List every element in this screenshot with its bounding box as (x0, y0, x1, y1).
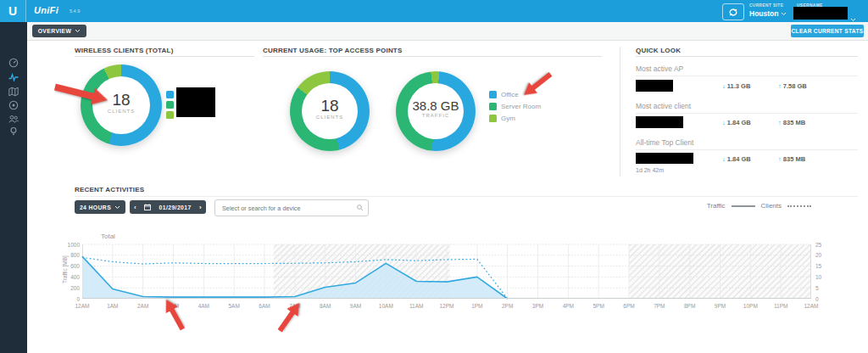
map-icon (8, 87, 19, 97)
y-axis-tick-left: 800 (56, 252, 80, 258)
y-axis-tick-left: 400 (56, 274, 80, 280)
section-title-current-usage: CURRENT USAGE: TOP ACCESS POINTS (263, 47, 403, 54)
x-axis-tick: 4AM (190, 303, 217, 309)
top-ap-clients-donut-center: 18 CLIENTS (290, 98, 370, 120)
sidebar-item-devices[interactable] (8, 98, 19, 109)
sidebar-nav (0, 22, 27, 353)
y-axis-tick-right: 0 (815, 296, 819, 302)
x-axis-tick: 9AM (342, 303, 370, 309)
annotation-arrow-2am (159, 295, 190, 333)
sidebar-item-dashboard[interactable] (8, 56, 19, 66)
x-axis-tick: 2AM (130, 303, 157, 309)
wireless-clients-unit: CLIENTS (81, 109, 162, 114)
top-ap-traffic-donut-center: 38.8 GB TRAFFIC (396, 99, 476, 118)
date-picker[interactable]: ‹ 01/29/2017 › (130, 200, 206, 214)
x-axis-tick: 12AM (69, 303, 96, 309)
legend-traffic-label[interactable]: Traffic (707, 202, 726, 210)
version-label: 5.4.9 (70, 8, 80, 14)
x-axis-tick: 11PM (767, 303, 794, 309)
annotation-arrow-office-legend (519, 67, 556, 101)
x-axis-tick: 11AM (403, 303, 430, 309)
section-title-wireless-clients: WIRELESS CLIENTS (TOTAL) (75, 47, 174, 54)
divider (636, 76, 858, 76)
dashboard-icon (8, 58, 19, 68)
x-axis-tick: 2PM (494, 303, 521, 309)
x-axis-tick: 9PM (707, 303, 734, 309)
time-range-dropdown[interactable]: 24 HOURS (75, 200, 125, 214)
search-icon (357, 205, 364, 211)
divider (620, 47, 620, 176)
sidebar-item-statistics[interactable] (8, 70, 19, 81)
clients-icon (8, 114, 19, 124)
device-search (214, 199, 369, 216)
top-ap-traffic-unit: TRAFFIC (396, 113, 476, 118)
chart-series-title: Total (101, 233, 115, 240)
ubiquiti-logo[interactable]: U (0, 0, 26, 22)
divider (636, 56, 858, 57)
date-next-button[interactable]: › (199, 204, 202, 211)
x-axis-tick: 1PM (464, 303, 491, 309)
sidebar-item-insights[interactable] (8, 125, 19, 135)
app-header: U UniFi 5.4.9 CURRENT SITE Houston USERN… (0, 0, 868, 22)
overview-dropdown-label: OVERVIEW (38, 28, 72, 34)
sidebar-item-map[interactable] (8, 85, 19, 95)
chart-legend: Traffic Clients (707, 202, 811, 210)
redacted-ap-name (636, 80, 673, 92)
sidebar-item-clients[interactable] (8, 112, 19, 122)
legend-clients-dots-sample (787, 205, 811, 207)
devices-icon (8, 100, 19, 110)
refresh-icon (727, 7, 739, 18)
quick-look-row-label: Most active client (636, 102, 691, 110)
divider (75, 196, 858, 197)
x-axis-tick: 6PM (615, 303, 643, 309)
top-ap-clients-unit: CLIENTS (290, 115, 370, 120)
x-axis-tick: 12PM (433, 303, 460, 309)
lightbulb-icon (8, 126, 19, 137)
legend-label-office: Office (501, 91, 519, 98)
y-axis-tick-right: 10 (815, 274, 821, 280)
top-ap-traffic-value: 38.8 GB (396, 99, 476, 112)
chevron-down-icon (75, 29, 81, 33)
legend-swatch-office (489, 91, 497, 98)
x-axis-tick: 10AM (372, 303, 399, 309)
device-search-input[interactable] (220, 200, 355, 216)
y-axis-tick-right: 15 (815, 263, 821, 269)
x-axis-tick: 10PM (737, 303, 764, 309)
current-site-label: CURRENT SITE (749, 3, 783, 8)
legend-label-gym: Gym (501, 115, 515, 122)
quick-look-row-label: All-time Top Client (636, 138, 693, 147)
legend-traffic-line-sample (732, 205, 755, 207)
x-axis-tick: 8PM (676, 303, 704, 309)
overview-dropdown-button[interactable]: OVERVIEW (32, 25, 86, 37)
redacted-client-name (636, 116, 683, 128)
upload-stat: ↑ 7.58 GB (778, 82, 807, 90)
legend-swatch-blue (166, 91, 174, 98)
brand-title: UniFi (34, 5, 58, 15)
x-axis-tick: 3PM (525, 303, 552, 309)
chevron-down-icon (781, 12, 787, 16)
date-prev-button[interactable]: ‹ (134, 204, 136, 211)
y-axis-tick-left: 0 (56, 296, 80, 302)
download-stat: ↓ 1.84 GB (722, 119, 751, 126)
download-stat: ↓ 1.84 GB (722, 155, 751, 163)
refresh-button[interactable] (722, 3, 744, 20)
traffic-clients-chart[interactable] (82, 244, 811, 299)
upload-stat: ↑ 835 MB (778, 155, 805, 163)
divider (263, 56, 602, 57)
sub-nav-bar (27, 22, 868, 41)
legend-clients-label[interactable]: Clients (761, 202, 782, 210)
date-value: 01/29/2017 (159, 205, 192, 210)
x-axis-tick: 1AM (99, 303, 126, 309)
site-selector[interactable]: Houston (749, 9, 787, 18)
redacted-wireless-legend (176, 87, 215, 117)
y-axis-tick-right: 25 (815, 242, 821, 248)
clear-current-stats-button[interactable]: CLEAR CURRENT STATS (791, 25, 864, 37)
divider (636, 113, 858, 114)
site-selector-value: Houston (749, 9, 778, 18)
legend-swatch-lightgreen (166, 111, 174, 119)
top-client-duration: 1d 2h 42m (636, 167, 664, 173)
legend-swatch-gym (489, 115, 497, 122)
quick-look-row-label: Most active AP (636, 64, 683, 73)
divider (636, 149, 858, 150)
upload-arrow-icon: ↑ (778, 155, 782, 163)
